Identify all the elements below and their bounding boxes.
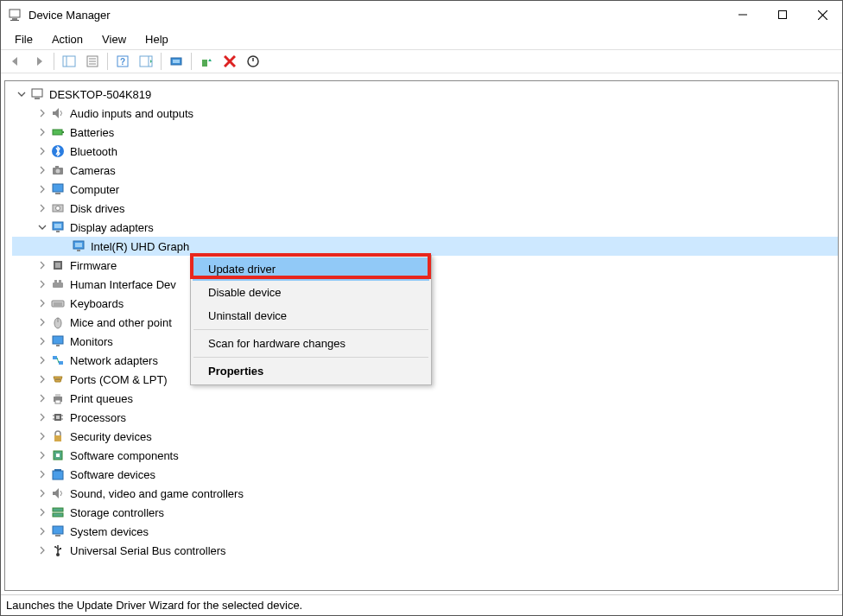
chevron-right-icon[interactable] (36, 525, 48, 537)
chevron-right-icon[interactable] (36, 202, 48, 214)
chevron-right-icon[interactable] (36, 468, 48, 480)
chevron-right-icon[interactable] (36, 373, 48, 385)
menu-help[interactable]: Help (136, 31, 177, 48)
chevron-right-icon[interactable] (36, 335, 48, 347)
svg-line-56 (57, 358, 59, 363)
tree-category-computer[interactable]: Computer (12, 180, 838, 199)
chevron-right-icon[interactable] (36, 392, 48, 404)
chevron-right-icon[interactable] (36, 259, 48, 271)
svg-point-58 (57, 378, 58, 379)
chevron-right-icon[interactable] (36, 449, 48, 461)
svg-rect-40 (75, 243, 82, 247)
forward-button[interactable] (28, 51, 50, 72)
network-icon (50, 352, 66, 368)
svg-rect-44 (53, 283, 63, 288)
chevron-right-icon[interactable] (36, 430, 48, 442)
context-menu-properties[interactable]: Properties (193, 359, 429, 383)
disable-button[interactable] (242, 51, 264, 72)
app-icon (8, 8, 22, 22)
tree-root[interactable]: DESKTOP-504K819 (12, 85, 838, 104)
context-menu-uninstall-device[interactable]: Uninstall device (193, 304, 429, 327)
chevron-right-icon[interactable] (36, 145, 48, 157)
close-button[interactable] (802, 1, 842, 29)
storage-icon (50, 505, 66, 520)
chevron-right-icon[interactable] (36, 316, 48, 328)
context-menu-separator (193, 357, 428, 358)
tree-category-storage-controllers[interactable]: Storage controllers (12, 503, 838, 522)
scan-hardware-button[interactable] (165, 51, 187, 72)
firmware-icon (50, 257, 66, 273)
chevron-right-icon[interactable] (36, 506, 48, 518)
context-menu-scan-hardware[interactable]: Scan for hardware changes (193, 332, 429, 355)
tree-category-display-adapters[interactable]: Display adapters (12, 218, 838, 237)
context-menu-disable-device[interactable]: Disable device (193, 281, 429, 304)
svg-rect-4 (779, 11, 787, 19)
svg-rect-75 (53, 513, 63, 517)
svg-rect-15 (140, 56, 152, 67)
tree-label: Software devices (70, 468, 155, 481)
chevron-right-icon[interactable] (36, 487, 48, 499)
tree-label: Keyboards (70, 297, 124, 310)
chevron-right-icon[interactable] (36, 126, 48, 138)
minimize-button[interactable] (723, 1, 763, 29)
show-hide-console-tree-button[interactable] (58, 51, 80, 72)
cpu-icon (50, 410, 66, 425)
chevron-right-icon[interactable] (36, 411, 48, 423)
tree-category-system-devices[interactable]: System devices (12, 522, 838, 541)
svg-rect-26 (53, 130, 62, 135)
bluetooth-icon (50, 143, 66, 159)
svg-rect-55 (59, 361, 63, 365)
tree-label: Intel(R) UHD Graph (91, 240, 189, 253)
tree-category-sound[interactable]: Sound, video and game controllers (12, 484, 838, 503)
maximize-button[interactable] (763, 1, 802, 29)
window-controls (723, 1, 842, 29)
menu-file[interactable]: File (6, 31, 41, 48)
svg-rect-27 (62, 131, 64, 133)
svg-rect-54 (53, 356, 57, 359)
chevron-right-icon[interactable] (36, 107, 48, 119)
svg-rect-74 (53, 508, 63, 511)
tree-label: Audio inputs and outputs (70, 107, 193, 120)
chevron-right-icon[interactable] (36, 278, 48, 290)
mouse-icon (50, 314, 66, 330)
system-icon (50, 524, 66, 539)
chevron-right-icon[interactable] (36, 297, 48, 309)
properties-button[interactable] (81, 51, 104, 72)
tree-category-processors[interactable]: Processors (12, 408, 838, 427)
svg-rect-1 (12, 18, 17, 20)
svg-rect-77 (55, 535, 60, 537)
chevron-blank (57, 240, 69, 252)
tree-category-print-queues[interactable]: Print queues (12, 389, 838, 408)
menu-view[interactable]: View (93, 31, 135, 48)
tree-category-software-devices[interactable]: Software devices (12, 465, 838, 484)
chevron-right-icon[interactable] (36, 164, 48, 176)
context-menu-update-driver[interactable]: Update driver (193, 257, 429, 281)
tree-category-security[interactable]: Security devices (12, 427, 838, 446)
toolbar-separator (107, 53, 108, 70)
toolbar-separator (54, 53, 54, 70)
tree-category-software-components[interactable]: Software components (12, 446, 838, 465)
menu-action[interactable]: Action (43, 31, 92, 48)
tree-category-batteries[interactable]: Batteries (12, 123, 838, 142)
chevron-right-icon[interactable] (36, 354, 48, 366)
svg-rect-53 (56, 345, 60, 346)
tree-category-usb[interactable]: Universal Serial Bus controllers (12, 541, 838, 560)
chevron-right-icon[interactable] (36, 544, 48, 556)
chevron-down-icon[interactable] (16, 88, 28, 100)
tree-category-disk-drives[interactable]: Disk drives (12, 199, 838, 218)
tree-device-intel-uhd[interactable]: Intel(R) UHD Graph (12, 237, 838, 256)
printer-icon (50, 391, 66, 406)
svg-rect-45 (54, 280, 57, 283)
tree-category-audio[interactable]: Audio inputs and outputs (12, 104, 838, 123)
tree-category-bluetooth[interactable]: Bluetooth (12, 142, 838, 161)
chevron-right-icon[interactable] (36, 183, 48, 195)
chevron-down-icon[interactable] (36, 221, 48, 233)
action-pane-button[interactable] (135, 51, 157, 72)
toolbar: ? (1, 49, 842, 73)
back-button[interactable] (4, 51, 27, 72)
uninstall-button[interactable] (219, 51, 241, 72)
tree-category-cameras[interactable]: Cameras (12, 161, 838, 180)
svg-rect-2 (10, 20, 19, 21)
help-button[interactable]: ? (111, 51, 134, 72)
update-driver-button[interactable] (195, 51, 218, 72)
